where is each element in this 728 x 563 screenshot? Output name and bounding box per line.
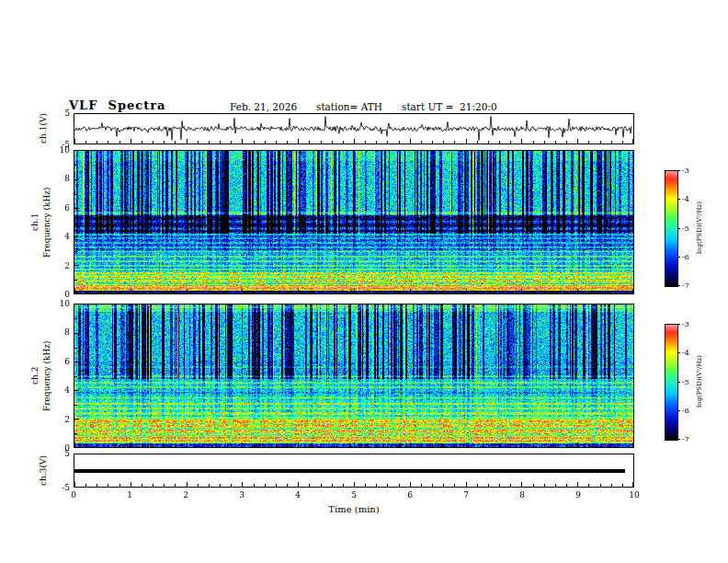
ch2-colorbar bbox=[665, 324, 678, 441]
tick-mark bbox=[97, 141, 97, 144]
tick-mark bbox=[265, 141, 266, 144]
tick-mark bbox=[321, 291, 322, 293]
x-tick-label: 5 bbox=[344, 490, 364, 500]
tick-mark bbox=[187, 139, 188, 144]
tick-mark bbox=[309, 141, 310, 144]
colorbar-tick-label: -4 bbox=[682, 349, 689, 357]
tick-mark bbox=[466, 289, 467, 293]
tick-mark bbox=[74, 194, 77, 195]
tick-mark bbox=[622, 484, 623, 487]
colorbar-tick-mark bbox=[677, 257, 680, 258]
tick-mark bbox=[85, 141, 86, 144]
tick-mark bbox=[443, 444, 444, 447]
tick-mark bbox=[242, 289, 243, 293]
tick-mark bbox=[454, 141, 455, 144]
x-tick-label: 7 bbox=[456, 490, 476, 500]
ch1-spectrogram-panel bbox=[74, 150, 634, 294]
tick-mark bbox=[499, 141, 500, 144]
ch1-colorbar bbox=[665, 170, 678, 287]
tick-mark bbox=[521, 139, 522, 144]
x-tick-label: 8 bbox=[512, 490, 532, 500]
tick-mark bbox=[432, 444, 433, 447]
tick-mark bbox=[242, 482, 243, 487]
tick-mark bbox=[131, 482, 131, 487]
ch2-axis-label: ch.2 bbox=[28, 304, 40, 448]
tick-mark bbox=[108, 141, 108, 144]
ch2-colorbar-label: log(PSD)(V²/Hz) bbox=[694, 324, 706, 439]
colorbar-tick-mark bbox=[677, 324, 680, 325]
x-tick-label: 4 bbox=[288, 490, 308, 500]
tick-mark bbox=[332, 444, 333, 447]
tick-mark bbox=[74, 442, 75, 447]
tick-mark bbox=[365, 444, 366, 447]
tick-mark bbox=[432, 291, 433, 293]
tick-mark bbox=[410, 289, 411, 293]
tick-mark bbox=[544, 141, 545, 144]
tick-mark bbox=[242, 139, 243, 144]
tick-mark bbox=[287, 484, 288, 487]
tick-mark bbox=[309, 444, 310, 447]
tick-mark bbox=[421, 141, 422, 144]
ch2-spectrogram-panel bbox=[74, 304, 634, 448]
tick-mark bbox=[399, 141, 400, 144]
tick-mark bbox=[220, 141, 221, 144]
tick-mark bbox=[376, 484, 377, 487]
tick-mark bbox=[298, 289, 299, 293]
tick-mark bbox=[510, 484, 511, 487]
tick-mark bbox=[354, 442, 355, 447]
tick-mark bbox=[175, 444, 176, 447]
tick-mark bbox=[387, 291, 388, 293]
date-label: Feb. 21, 2026 bbox=[230, 101, 297, 112]
tick-mark bbox=[533, 444, 534, 447]
tick-mark bbox=[220, 291, 221, 293]
tick-mark bbox=[276, 291, 277, 293]
colorbar-tick-mark bbox=[677, 228, 680, 229]
tick-mark bbox=[231, 444, 232, 447]
time-axis-label: Time (min) bbox=[299, 504, 409, 514]
tick-mark bbox=[399, 484, 400, 487]
x-tick-label: 2 bbox=[176, 490, 196, 500]
tick-mark bbox=[466, 139, 467, 144]
tick-mark bbox=[510, 291, 511, 293]
ch2-spectrogram-canvas bbox=[74, 304, 633, 447]
tick-mark bbox=[231, 291, 232, 293]
tick-mark bbox=[164, 141, 165, 144]
tick-mark bbox=[365, 291, 366, 293]
tick-mark bbox=[231, 484, 232, 487]
tick-mark bbox=[209, 444, 210, 447]
tick-mark bbox=[533, 291, 534, 293]
tick-mark bbox=[74, 208, 79, 209]
ch1-axis-label: ch.1 bbox=[28, 150, 40, 294]
tick-mark bbox=[566, 484, 567, 487]
ch2-frequency-tick-label: 10 bbox=[51, 299, 70, 308]
tick-mark bbox=[276, 444, 277, 447]
tick-mark bbox=[354, 289, 355, 293]
tick-mark bbox=[175, 291, 176, 293]
tick-mark bbox=[164, 444, 165, 447]
tick-mark bbox=[265, 291, 266, 293]
tick-mark bbox=[74, 405, 77, 406]
tick-mark bbox=[443, 291, 444, 293]
colorbar-tick-label: -6 bbox=[682, 253, 689, 261]
tick-mark bbox=[309, 291, 310, 293]
tick-mark bbox=[74, 265, 79, 266]
tick-mark bbox=[332, 291, 333, 293]
tick-mark bbox=[566, 141, 567, 144]
ch3-flat-signal-line bbox=[74, 469, 625, 473]
colorbar-tick-label: -7 bbox=[682, 435, 689, 443]
ch2-frequency-tick-label: 4 bbox=[51, 385, 70, 395]
tick-mark bbox=[432, 141, 433, 144]
tick-mark bbox=[85, 291, 86, 293]
tick-mark bbox=[74, 482, 75, 487]
tick-mark bbox=[74, 333, 79, 334]
tick-mark bbox=[153, 484, 154, 487]
ch2-frequency-tick-label: 8 bbox=[51, 327, 70, 337]
tick-mark bbox=[611, 484, 612, 487]
tick-mark bbox=[175, 141, 176, 144]
tick-mark bbox=[387, 484, 388, 487]
tick-mark bbox=[332, 141, 333, 144]
tick-mark bbox=[198, 141, 199, 144]
tick-mark bbox=[321, 444, 322, 447]
colorbar-tick-mark bbox=[677, 439, 680, 440]
tick-mark bbox=[74, 179, 79, 180]
